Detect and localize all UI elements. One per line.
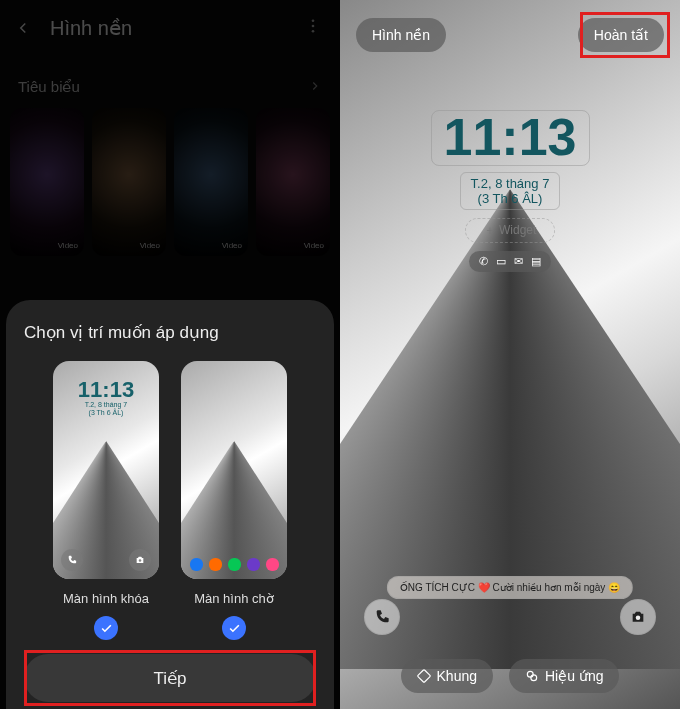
clock[interactable]: 11:13	[431, 110, 590, 166]
section-header[interactable]: Tiêu biểu	[0, 50, 340, 108]
chevron-right-icon	[308, 79, 322, 96]
sheet-title: Chọn vị trí muốn áp dụng	[24, 322, 316, 343]
section-title: Tiêu biểu	[18, 78, 80, 96]
done-button[interactable]: Hoàn tất	[578, 18, 664, 52]
video-tag: Video	[304, 241, 324, 250]
lockscreen-preview: 11:13 T.2, 8 tháng 7 (3 Th 6 ÂL) ＋ Widge…	[354, 66, 666, 643]
next-button[interactable]: Tiếp	[24, 654, 316, 702]
apply-targets: 11:13 T.2, 8 tháng 7 (3 Th 6 ÂL) Màn hìn…	[24, 361, 316, 640]
mail-icon: ✉	[514, 255, 523, 268]
frame-button[interactable]: Khung	[401, 659, 493, 693]
home-label: Màn hình chờ	[194, 591, 274, 606]
video-tag: Video	[140, 241, 160, 250]
message-icon: ▤	[531, 255, 541, 268]
dock	[181, 558, 287, 571]
svg-point-3	[139, 559, 142, 562]
wallpaper-thumb[interactable]: Video	[92, 108, 166, 256]
caption-text[interactable]: ỐNG TÍCH CỰC ❤️ Cười nhiều hơn mỗi ngày …	[387, 576, 633, 599]
video-tag: Video	[58, 241, 78, 250]
wallpaper-button[interactable]: Hình nền	[356, 18, 446, 52]
chat-icon: ▭	[496, 255, 506, 268]
svg-point-2	[312, 30, 315, 33]
date-widget[interactable]: T.2, 8 tháng 7 (3 Th 6 ÂL)	[460, 172, 561, 210]
svg-rect-5	[417, 669, 430, 682]
left-panel: Hình nền Tiêu biểu Video Video Video Vid…	[0, 0, 340, 709]
effects-button[interactable]: Hiệu ứng	[509, 659, 619, 693]
notification-icons[interactable]: ✆ ▭ ✉ ▤	[469, 251, 551, 272]
wallpaper-thumb[interactable]: Video	[174, 108, 248, 256]
camera-icon	[129, 549, 151, 571]
add-widget-button[interactable]: ＋ Widget	[465, 218, 556, 243]
preview-date: T.2, 8 tháng 7 (3 Th 6 ÂL)	[53, 401, 159, 418]
wallpaper-thumb[interactable]: Video	[10, 108, 84, 256]
check-icon[interactable]	[222, 616, 246, 640]
target-lockscreen[interactable]: 11:13 T.2, 8 tháng 7 (3 Th 6 ÂL) Màn hìn…	[53, 361, 159, 640]
frame-icon	[417, 669, 431, 683]
right-top-bar: Hình nền Hoàn tất	[340, 18, 680, 52]
next-wrap: Tiếp	[24, 640, 316, 702]
wallpaper-thumb[interactable]: Video	[256, 108, 330, 256]
video-tag: Video	[222, 241, 242, 250]
check-icon[interactable]	[94, 616, 118, 640]
right-bottom-bar: Khung Hiệu ứng	[340, 659, 680, 693]
lock-label: Màn hình khóa	[63, 591, 149, 606]
apply-sheet: Chọn vị trí muốn áp dụng 11:13 T.2, 8 th…	[6, 300, 334, 709]
home-preview	[181, 361, 287, 579]
header: Hình nền	[0, 0, 340, 50]
right-panel: Hình nền Hoàn tất 11:13 T.2, 8 tháng 7 (…	[340, 0, 680, 709]
lock-preview: 11:13 T.2, 8 tháng 7 (3 Th 6 ÂL)	[53, 361, 159, 579]
missed-call-icon: ✆	[479, 255, 488, 268]
back-icon[interactable]	[14, 17, 36, 39]
target-homescreen[interactable]: Màn hình chờ	[181, 361, 287, 640]
phone-shortcut[interactable]	[364, 599, 400, 635]
phone-icon	[61, 549, 83, 571]
effects-icon	[525, 669, 539, 683]
preview-time: 11:13	[53, 377, 159, 403]
svg-point-0	[312, 19, 315, 22]
more-icon[interactable]	[304, 17, 324, 39]
svg-point-4	[636, 615, 641, 620]
svg-point-1	[312, 25, 315, 28]
header-title: Hình nền	[50, 16, 304, 40]
svg-point-6	[527, 671, 533, 677]
wallpaper-thumbs: Video Video Video Video	[0, 108, 340, 256]
svg-point-7	[531, 675, 537, 681]
camera-shortcut[interactable]	[620, 599, 656, 635]
